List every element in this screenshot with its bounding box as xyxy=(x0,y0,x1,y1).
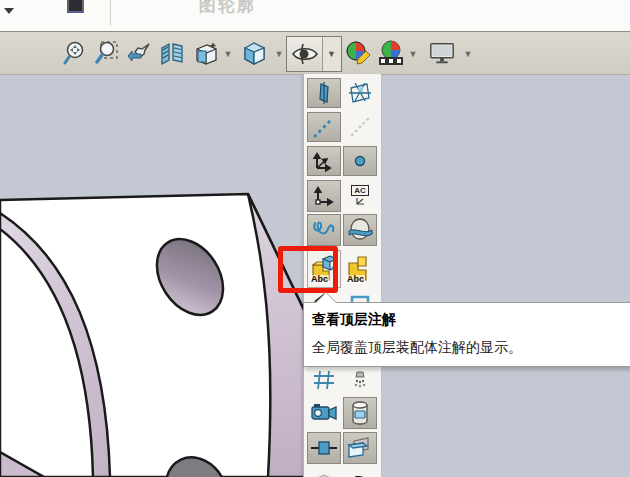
hide-show-items-group: ▼ xyxy=(286,36,342,72)
previous-view-button[interactable] xyxy=(126,39,154,67)
view-cameras-button[interactable] xyxy=(307,397,341,429)
display-style-dropdown-caret[interactable]: ▼ xyxy=(274,49,284,59)
view-orientation-button[interactable] xyxy=(192,39,220,67)
view-curves-icon xyxy=(311,217,337,243)
view-temporary-axes-icon xyxy=(348,115,372,139)
apply-scene-icon xyxy=(377,39,405,67)
view-points-button[interactable] xyxy=(343,146,377,176)
view-points-icon xyxy=(350,151,370,171)
view-cameras-icon xyxy=(310,401,338,425)
menu-strip: 图轮廓 xyxy=(0,0,630,32)
edit-appearance-icon xyxy=(344,39,372,67)
tooltip-notch xyxy=(316,293,336,303)
view-settings-dropdown-caret[interactable]: ▼ xyxy=(463,49,473,59)
view-axes-icon xyxy=(312,115,336,139)
abc-text: Abc xyxy=(346,275,365,284)
section-view-button[interactable] xyxy=(158,39,186,67)
view-coordinate-systems-icon xyxy=(311,183,337,209)
zoom-to-area-button[interactable] xyxy=(92,39,120,67)
view-grid-button[interactable] xyxy=(307,366,341,394)
display-style-icon xyxy=(240,39,268,67)
tooltip-description: 全局覆盖顶层装配体注解的显示。 xyxy=(312,339,522,357)
apply-scene-button[interactable] xyxy=(377,39,405,67)
view-coordinate-systems-button[interactable] xyxy=(307,180,341,212)
view-dimension-names-icon: AC xyxy=(351,185,369,196)
view-grid-icon xyxy=(312,369,336,391)
flyout-caret-icon[interactable] xyxy=(4,8,14,14)
view-annotations-button[interactable]: Abc xyxy=(343,250,377,288)
view-decals-icon xyxy=(312,471,336,477)
hide-show-items-button[interactable] xyxy=(287,37,322,71)
view-settings-icon xyxy=(428,40,456,66)
view-solid-bodies-icon xyxy=(346,435,374,461)
hide-show-items-eye-icon xyxy=(291,43,319,65)
mini-axes-icon xyxy=(354,197,366,207)
hide-show-items-dropdown-caret[interactable]: ▼ xyxy=(322,37,340,71)
view-live-section-planes-button[interactable] xyxy=(343,78,377,108)
view-axes-button[interactable] xyxy=(307,112,341,142)
view-solid-bodies-button[interactable] xyxy=(343,432,377,464)
view-lights-button[interactable] xyxy=(343,366,377,394)
view-weld-beads-icon xyxy=(310,438,338,458)
view-origins-icon xyxy=(311,148,337,174)
view-settings-button[interactable] xyxy=(428,39,456,67)
menu-separator xyxy=(110,0,111,26)
view-origins-button[interactable] xyxy=(307,146,341,176)
view-dimension-glyph-button[interactable]: D xyxy=(343,468,377,477)
view-sensors-icon xyxy=(349,400,371,426)
view-curves-button[interactable] xyxy=(307,214,341,246)
zoom-to-fit-icon xyxy=(62,40,88,66)
disabled-menu-label: 图轮廓 xyxy=(199,0,256,17)
view-temporary-axes-button[interactable] xyxy=(343,112,377,142)
edit-appearance-button[interactable] xyxy=(344,39,372,67)
view-decals-button[interactable] xyxy=(307,468,341,477)
decal-thumbnail-icon[interactable] xyxy=(67,0,84,13)
view-orientation-icon xyxy=(193,40,220,67)
view-planes-button[interactable] xyxy=(307,78,341,108)
view-planes-icon xyxy=(312,81,336,105)
view-parting-lines-icon xyxy=(347,217,373,243)
tooltip: 查看顶层注解 全局覆盖顶层装配体注解的显示。 xyxy=(303,302,630,367)
zoom-to-fit-button[interactable] xyxy=(61,39,89,67)
apply-scene-dropdown-caret[interactable]: ▼ xyxy=(408,49,418,59)
zoom-to-area-icon xyxy=(93,40,119,66)
highlight-rectangle xyxy=(278,246,338,293)
tooltip-title: 查看顶层注解 xyxy=(312,311,396,329)
view-sensors-button[interactable] xyxy=(343,397,377,429)
view-orientation-dropdown-caret[interactable]: ▼ xyxy=(223,49,233,59)
previous-view-icon xyxy=(127,40,153,66)
view-weld-beads-button[interactable] xyxy=(307,432,341,464)
heads-up-toolbar: ▼ ▼ ▼ xyxy=(0,32,630,75)
view-dimension-names-button[interactable]: AC xyxy=(343,180,377,212)
view-parting-lines-button[interactable] xyxy=(343,214,377,246)
view-live-section-planes-icon xyxy=(347,80,373,106)
display-style-button[interactable] xyxy=(240,39,268,67)
view-lights-icon xyxy=(350,369,370,391)
section-view-icon xyxy=(159,40,185,66)
